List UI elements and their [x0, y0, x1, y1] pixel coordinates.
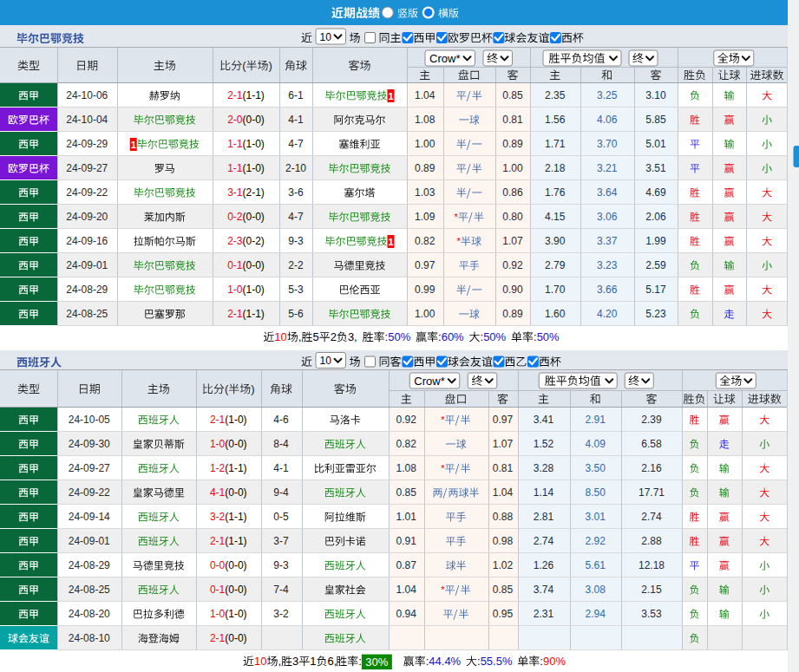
svg-text:24-09-20: 24-09-20 — [66, 211, 108, 223]
svg-text:0.92: 0.92 — [396, 414, 417, 426]
svg-text:1.00: 1.00 — [415, 138, 436, 150]
svg-text:3.51: 3.51 — [645, 162, 666, 174]
svg-text:,: , — [298, 330, 302, 343]
svg-text:2.39: 2.39 — [641, 414, 662, 426]
svg-text:2-10: 2-10 — [285, 162, 306, 174]
svg-text:*: * — [457, 236, 462, 246]
svg-text:24-09-01: 24-09-01 — [69, 535, 110, 547]
svg-text:9-3: 9-3 — [288, 235, 304, 247]
svg-text:2.94: 2.94 — [586, 608, 606, 620]
svg-text:0.86: 0.86 — [502, 186, 523, 199]
svg-text:2.92: 2.92 — [586, 535, 606, 547]
svg-text:(0-0): (0-0) — [225, 584, 246, 596]
svg-text:1.03: 1.03 — [415, 186, 436, 199]
svg-text:3.28: 3.28 — [534, 462, 554, 474]
svg-text:0.90: 0.90 — [502, 284, 523, 296]
svg-text:5.85: 5.85 — [645, 114, 666, 126]
svg-text::: : — [358, 655, 362, 668]
svg-text:17.71: 17.71 — [639, 486, 665, 499]
svg-text:2.31: 2.31 — [534, 608, 554, 620]
svg-text:3.64: 3.64 — [597, 186, 618, 199]
svg-text:2.88: 2.88 — [641, 535, 662, 547]
svg-text:24-09-27: 24-09-27 — [66, 162, 108, 174]
svg-text:3-1: 3-1 — [227, 186, 243, 199]
svg-text:2.06: 2.06 — [645, 211, 666, 223]
svg-text:3.08: 3.08 — [586, 584, 606, 596]
svg-text:*: * — [441, 463, 445, 473]
svg-text:2.35: 2.35 — [545, 89, 566, 101]
svg-text:6,: 6, — [328, 655, 337, 668]
svg-text:0-1: 0-1 — [227, 259, 243, 271]
svg-text:*: * — [455, 212, 459, 222]
svg-text:(1-1): (1-1) — [243, 308, 265, 320]
svg-text:): ) — [269, 59, 272, 72]
svg-text:0.91: 0.91 — [396, 535, 417, 547]
svg-text:24-10-04: 24-10-04 — [66, 114, 108, 126]
svg-text:1-1: 1-1 — [227, 138, 243, 150]
svg-text:1.08: 1.08 — [396, 462, 417, 474]
svg-text:,: , — [278, 655, 281, 668]
svg-text:0-1: 0-1 — [210, 584, 226, 596]
svg-text:0.80: 0.80 — [502, 211, 523, 223]
svg-text:1.04: 1.04 — [415, 89, 436, 101]
svg-text:0.85: 0.85 — [502, 89, 523, 101]
svg-text:(1-0): (1-0) — [243, 162, 265, 174]
svg-text:1-0: 1-0 — [227, 284, 243, 296]
svg-text:(1-0): (1-0) — [225, 414, 246, 426]
svg-text:3-2: 3-2 — [210, 511, 226, 523]
svg-text:10: 10 — [320, 31, 332, 43]
svg-text:24-10-05: 24-10-05 — [69, 414, 110, 426]
svg-text:1.56: 1.56 — [545, 114, 566, 126]
svg-text:50%: 50% — [537, 330, 560, 343]
svg-text:24-09-22: 24-09-22 — [69, 486, 110, 499]
svg-text:2-1: 2-1 — [210, 632, 226, 644]
svg-text:4.20: 4.20 — [597, 308, 618, 320]
svg-text:24-08-29: 24-08-29 — [66, 284, 108, 296]
svg-text:1-0: 1-0 — [210, 608, 226, 620]
svg-text:3.90: 3.90 — [545, 235, 566, 247]
svg-text:1.52: 1.52 — [534, 438, 554, 450]
svg-text:3-7: 3-7 — [273, 535, 289, 547]
svg-text:9-3: 9-3 — [273, 559, 289, 571]
svg-text:0.95: 0.95 — [493, 608, 514, 620]
svg-text:24-08-25: 24-08-25 — [66, 308, 108, 320]
svg-text:(0-0): (0-0) — [243, 259, 265, 271]
svg-text:1.71: 1.71 — [545, 138, 566, 150]
svg-text:(0-2): (0-2) — [243, 235, 265, 247]
svg-text:5.01: 5.01 — [645, 138, 666, 150]
svg-text:4.06: 4.06 — [597, 114, 618, 126]
svg-text:2.79: 2.79 — [545, 259, 566, 271]
svg-text:(1-1): (1-1) — [243, 89, 265, 101]
svg-text:3.01: 3.01 — [586, 511, 606, 523]
svg-text:3.23: 3.23 — [597, 259, 618, 271]
svg-text:1.07: 1.07 — [493, 438, 514, 450]
svg-text:3-2: 3-2 — [273, 608, 289, 620]
svg-text:3.70: 3.70 — [597, 138, 618, 150]
svg-text:5: 5 — [312, 330, 318, 343]
svg-text:2-1: 2-1 — [227, 308, 243, 320]
svg-text:1: 1 — [131, 140, 136, 150]
svg-text:3.37: 3.37 — [597, 235, 618, 247]
svg-text:3,: 3, — [348, 330, 357, 343]
svg-text:1.08: 1.08 — [415, 114, 436, 126]
svg-text:10: 10 — [274, 330, 286, 343]
svg-text:0.82: 0.82 — [396, 438, 417, 450]
svg-text:0.81: 0.81 — [502, 114, 523, 126]
svg-text:0.88: 0.88 — [493, 511, 514, 523]
svg-text:4-6: 4-6 — [273, 414, 289, 426]
svg-text:Crow*: Crow* — [414, 375, 444, 388]
svg-text:24-08-20: 24-08-20 — [69, 608, 110, 620]
svg-text:8.50: 8.50 — [586, 486, 606, 499]
svg-text:3.21: 3.21 — [597, 162, 618, 174]
svg-text:2.81: 2.81 — [534, 511, 554, 523]
svg-text:24-09-01: 24-09-01 — [66, 259, 108, 271]
svg-text:5.17: 5.17 — [645, 284, 666, 296]
svg-text:24-09-27: 24-09-27 — [69, 462, 110, 474]
svg-text:(1-1): (1-1) — [225, 462, 246, 474]
svg-text:4.09: 4.09 — [586, 438, 606, 450]
svg-text:3-6: 3-6 — [288, 186, 304, 199]
svg-text:2.74: 2.74 — [641, 511, 662, 523]
svg-text:1.99: 1.99 — [645, 235, 666, 247]
svg-text:1.00: 1.00 — [502, 162, 523, 174]
svg-text:3.66: 3.66 — [597, 284, 618, 296]
